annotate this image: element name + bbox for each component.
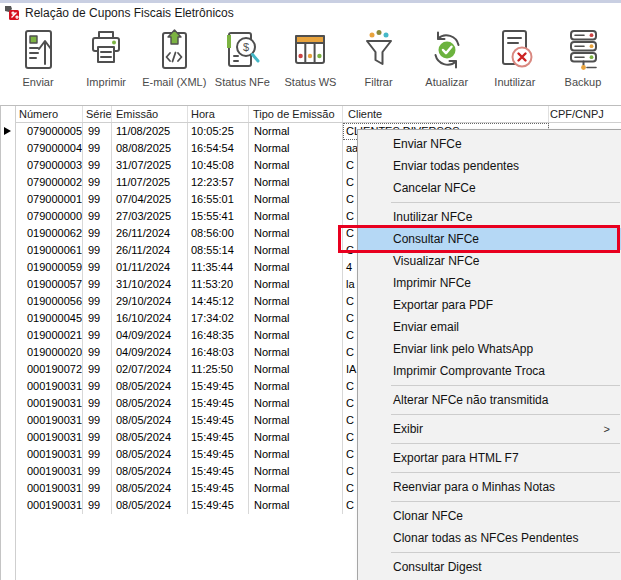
- enviar-button[interactable]: Enviar: [4, 26, 72, 100]
- menu-item-clonar-todas-as-nfces-pendentes[interactable]: Clonar todas as NFCes Pendentes: [358, 527, 621, 549]
- cell-numero: 019000061: [16, 242, 83, 259]
- menu-item-exportar-para-pdf[interactable]: Exportar para PDF: [358, 294, 621, 316]
- cell-numero: 019000045: [16, 310, 83, 327]
- cell-serie: 99: [83, 463, 112, 480]
- cell-serie: 99: [83, 412, 112, 429]
- cell-emissao: 26/11/2024: [112, 242, 188, 259]
- menu-item-exportar-para-html-f7[interactable]: Exportar para HTML F7: [358, 447, 621, 469]
- submenu-arrow-icon: >: [604, 418, 610, 440]
- email-xml-button[interactable]: E-mail (XML): [140, 26, 208, 100]
- menu-item-consultar-nfce[interactable]: Consultar NFCe: [358, 228, 621, 250]
- column-header-emissao[interactable]: Emissão: [112, 106, 188, 122]
- imprimir-button[interactable]: Imprimir: [72, 26, 140, 100]
- cell-numero: 000190031: [16, 378, 83, 395]
- cell-emissao: 11/08/2025: [112, 123, 188, 140]
- cell-numero: 000190031: [16, 497, 83, 514]
- cell-emissao: 29/10/2024: [112, 293, 188, 310]
- cell-serie: 99: [83, 395, 112, 412]
- cell-serie: 99: [83, 344, 112, 361]
- atualizar-button[interactable]: Atualizar: [413, 26, 481, 100]
- cell-emissao: 01/11/2024: [112, 259, 188, 276]
- app-window: { "window": { "title": "Relação de Cupon…: [0, 0, 621, 580]
- menu-item-clonar-nfce[interactable]: Clonar NFCe: [358, 505, 621, 527]
- toolbar: Enviar Imprimir E-mail (XML): [0, 26, 619, 100]
- cell-tipo-de-emissao: Normal: [249, 480, 343, 497]
- cell-tipo-de-emissao: Normal: [249, 344, 343, 361]
- cell-hora: 16:54:54: [188, 140, 249, 157]
- backup-button[interactable]: Backup: [549, 26, 617, 100]
- cell-tipo-de-emissao: Normal: [249, 293, 343, 310]
- menu-item-enviar-email[interactable]: Enviar email: [358, 316, 621, 338]
- status-ws-button[interactable]: Status WS: [276, 26, 344, 100]
- cell-serie: 99: [83, 208, 112, 225]
- cell-numero: 019000057: [16, 276, 83, 293]
- cell-tipo-de-emissao: Normal: [249, 327, 343, 344]
- cell-hora: 16:55:01: [188, 191, 249, 208]
- menu-item-imprimir-nfce[interactable]: Imprimir NFCe: [358, 272, 621, 294]
- column-header-cpf-cnpj[interactable]: CPF/CNPJ: [549, 106, 621, 122]
- column-header-hora[interactable]: Hora: [188, 106, 249, 122]
- column-header-serie[interactable]: Série: [83, 106, 112, 122]
- status-nfe-button[interactable]: $ Status NFe: [208, 26, 276, 100]
- cell-numero: 000190031: [16, 446, 83, 463]
- cell-serie: 99: [83, 293, 112, 310]
- cell-emissao: 11/07/2025: [112, 174, 188, 191]
- menu-item-alterar-nfce-nao-transmitida[interactable]: Alterar NFCe não transmitida: [358, 389, 621, 411]
- cell-serie: 99: [83, 429, 112, 446]
- menu-item-cancelar-nfce[interactable]: Cancelar NFCe: [358, 177, 621, 199]
- menu-item-enviar-todas-pendentes[interactable]: Enviar todas pendentes: [358, 155, 621, 177]
- grid-header-row: Número Série Emissão Hora Tipo de Emissã…: [16, 106, 621, 123]
- column-header-tipo-de-emissao[interactable]: Tipo de Emissão: [249, 106, 343, 122]
- toolbar-button-label: E-mail (XML): [142, 76, 206, 88]
- cell-emissao: 08/05/2024: [112, 395, 188, 412]
- email-xml-icon: [154, 26, 194, 74]
- cell-serie: 99: [83, 310, 112, 327]
- cell-hora: 10:45:08: [188, 157, 249, 174]
- cell-serie: 99: [83, 123, 112, 140]
- filtrar-button[interactable]: Filtrar: [345, 26, 413, 100]
- cell-hora: 08:55:14: [188, 242, 249, 259]
- cell-hora: 15:49:45: [188, 446, 249, 463]
- menu-item-enviar-nfce[interactable]: Enviar NFCe: [358, 133, 621, 155]
- toolbar-button-label: Status WS: [285, 76, 337, 88]
- cell-serie: 99: [83, 480, 112, 497]
- column-header-cliente[interactable]: Cliente: [343, 106, 549, 122]
- menu-item-consultar-digest[interactable]: Consultar Digest: [358, 556, 621, 578]
- cell-emissao: 31/07/2025: [112, 157, 188, 174]
- cell-tipo-de-emissao: Normal: [249, 242, 343, 259]
- cell-hora: 16:48:35: [188, 327, 249, 344]
- filter-funnel-icon: [359, 26, 399, 74]
- cell-hora: 15:49:45: [188, 480, 249, 497]
- inutilizar-button[interactable]: Inutilizar: [481, 26, 549, 100]
- cell-emissao: 08/05/2024: [112, 429, 188, 446]
- cell-emissao: 08/05/2024: [112, 497, 188, 514]
- cell-numero: 019000062: [16, 225, 83, 242]
- cell-tipo-de-emissao: Normal: [249, 412, 343, 429]
- menu-item-inutilizar-nfce[interactable]: Inutilizar NFCe: [358, 206, 621, 228]
- title-bar: Relação de Cupons Fiscais Eletrônicos: [0, 3, 621, 23]
- cell-emissao: 08/05/2024: [112, 463, 188, 480]
- cell-numero: 019000021: [16, 327, 83, 344]
- cell-emissao: 08/05/2024: [112, 480, 188, 497]
- cell-numero: 079000003: [16, 157, 83, 174]
- cell-serie: 99: [83, 378, 112, 395]
- cell-numero: 079000000: [16, 208, 83, 225]
- cell-tipo-de-emissao: Normal: [249, 225, 343, 242]
- cell-emissao: 04/09/2024: [112, 327, 188, 344]
- column-header-numero[interactable]: Número: [16, 106, 83, 122]
- menu-item-reenviar-para-o-minhas-notas[interactable]: Reenviar para o Minhas Notas: [358, 476, 621, 498]
- menu-item-imprimir-comprovante-troca[interactable]: Imprimir Comprovante Troca: [358, 360, 621, 382]
- menu-item-visualizar-nfce[interactable]: Visualizar NFCe: [358, 250, 621, 272]
- cell-serie: 99: [83, 361, 112, 378]
- cell-tipo-de-emissao: Normal: [249, 497, 343, 514]
- cell-numero: 019000056: [16, 293, 83, 310]
- menu-item-exibir[interactable]: Exibir >: [358, 418, 621, 440]
- cell-numero: 079000001: [16, 191, 83, 208]
- cell-serie: 99: [83, 157, 112, 174]
- menu-item-enviar-link-pelo-whatsapp[interactable]: Enviar link pelo WhatsApp: [358, 338, 621, 360]
- menu-separator: [391, 552, 620, 553]
- cell-numero: 000190031: [16, 480, 83, 497]
- menu-separator: [391, 414, 620, 415]
- cell-serie: 99: [83, 140, 112, 157]
- cell-serie: 99: [83, 191, 112, 208]
